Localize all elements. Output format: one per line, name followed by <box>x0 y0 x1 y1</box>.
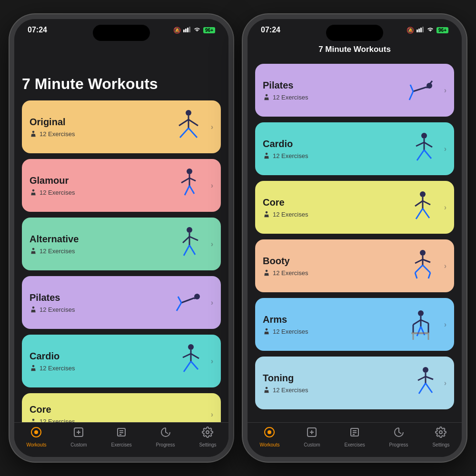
signal-icon-1 <box>183 27 191 34</box>
nav-progress-1[interactable]: Progress <box>156 426 175 447</box>
card-title-alternative: Alternative <box>30 234 169 245</box>
nav-custom-icon-1 <box>73 426 84 441</box>
time-1: 07:24 <box>28 26 47 34</box>
svg-rect-53 <box>420 28 422 32</box>
nav-workouts-2[interactable]: Workouts <box>259 426 279 447</box>
svg-line-37 <box>191 354 199 358</box>
svg-point-85 <box>418 310 424 316</box>
card-text-core-2: Core 12 Exercises <box>263 197 402 218</box>
svg-point-84 <box>266 328 268 331</box>
card-cardio[interactable]: Cardio 12 Exercises <box>22 335 221 387</box>
battery-1: 96+ <box>203 27 215 33</box>
nav-custom-label-1: Custom <box>70 442 87 447</box>
nav-progress-icon-2 <box>393 426 405 441</box>
svg-point-68 <box>266 211 268 214</box>
nav-custom-label-2: Custom <box>304 442 320 447</box>
svg-line-11 <box>180 128 188 138</box>
svg-line-72 <box>423 201 430 205</box>
nav-settings-icon-2 <box>435 426 446 441</box>
card-title-glamour: Glamour <box>30 175 169 186</box>
card-core-2[interactable]: Core 12 Exercises <box>255 181 454 234</box>
svg-line-79 <box>423 259 430 262</box>
svg-point-76 <box>420 250 426 256</box>
card-cardio-2[interactable]: Cardio 12 Exercises <box>255 122 454 175</box>
nav-exercises-2[interactable]: Exercises <box>344 426 365 447</box>
content-1[interactable]: 7 Minute Workouts Original 12 Exercises <box>14 66 228 457</box>
nav-bar-2: Workouts Custom Exercises Progress <box>248 422 462 457</box>
content-2[interactable]: Pilates 12 Exercises › <box>248 64 462 457</box>
svg-rect-54 <box>422 27 424 32</box>
nav-custom-2[interactable]: Custom <box>304 426 320 447</box>
svg-point-13 <box>32 189 35 192</box>
dynamic-island-2 <box>326 25 383 41</box>
card-subtitle-arms-2: 12 Exercises <box>263 328 402 335</box>
svg-line-19 <box>189 186 194 194</box>
card-subtitle-alternative: 12 Exercises <box>30 248 169 255</box>
svg-line-10 <box>188 119 198 126</box>
card-title-cardio: Cardio <box>30 351 169 362</box>
status-icons-1: 🔕 96+ <box>173 27 215 34</box>
nav-settings-1[interactable]: Settings <box>199 426 216 447</box>
card-toning-2[interactable]: Toning 12 Exercises <box>255 357 454 409</box>
card-arms-2[interactable]: Arms 12 Exercises <box>255 298 454 351</box>
card-pilates-2[interactable]: Pilates 12 Exercises › <box>255 64 454 117</box>
bell-icon-2: 🔕 <box>407 27 414 34</box>
svg-point-7 <box>186 110 191 116</box>
svg-line-83 <box>428 273 430 278</box>
wifi-icon-1 <box>193 27 201 34</box>
nav-custom-1[interactable]: Custom <box>70 426 87 447</box>
card-text-pilates-2: Pilates 12 Exercises <box>263 80 402 101</box>
svg-line-82 <box>415 273 417 278</box>
nav-exercises-label-1: Exercises <box>111 442 131 447</box>
svg-line-65 <box>424 142 432 147</box>
card-title-original: Original <box>30 117 169 128</box>
card-img-toning-2 <box>402 365 442 401</box>
card-booty-2[interactable]: Booty 12 Exercises <box>255 239 454 292</box>
chevron-booty-2: › <box>444 262 446 270</box>
nav-exercises-1[interactable]: Exercises <box>111 426 131 447</box>
svg-point-61 <box>266 153 268 155</box>
page-title-1: 7 Minute Workouts <box>22 66 221 100</box>
svg-point-33 <box>32 365 35 367</box>
card-subtitle-pilates-2: 12 Exercises <box>263 94 402 101</box>
screen-2: 07:24 🔕 96+ 7 Minute Workouts Pilates <box>248 19 462 457</box>
card-alternative[interactable]: Alternative 12 Exercises <box>22 218 221 270</box>
svg-line-80 <box>415 265 423 273</box>
chevron-alternative: › <box>211 240 213 248</box>
card-text-toning-2: Toning 12 Exercises <box>263 373 402 394</box>
svg-point-55 <box>266 94 268 97</box>
svg-point-69 <box>420 191 426 197</box>
svg-line-39 <box>191 361 198 369</box>
svg-rect-2 <box>187 28 188 32</box>
wifi-icon-2 <box>426 27 434 34</box>
nav-progress-2[interactable]: Progress <box>389 426 408 447</box>
card-glamour[interactable]: Glamour 12 Exercises <box>22 159 221 212</box>
nav-settings-2[interactable]: Settings <box>432 426 449 447</box>
nav-workouts-icon-2 <box>264 426 275 441</box>
card-title-pilates: Pilates <box>30 292 169 303</box>
svg-line-16 <box>181 178 189 183</box>
card-subtitle-toning-2: 12 Exercises <box>263 387 402 394</box>
svg-line-87 <box>413 320 421 325</box>
chevron-toning-2: › <box>444 379 446 387</box>
card-original[interactable]: Original 12 Exercises <box>22 100 221 153</box>
svg-line-64 <box>416 142 424 146</box>
svg-line-67 <box>424 150 431 159</box>
svg-point-75 <box>266 270 268 272</box>
card-img-core-2 <box>402 189 442 225</box>
chevron-cardio-2: › <box>444 145 446 153</box>
card-img-cardio <box>169 343 209 379</box>
card-text-cardio: Cardio 12 Exercises <box>30 351 169 372</box>
card-text-original: Original 12 Exercises <box>30 117 169 138</box>
card-pilates[interactable]: Pilates 12 Exercises <box>22 276 221 329</box>
card-text-glamour: Glamour 12 Exercises <box>30 175 169 196</box>
nav-workouts-1[interactable]: Workouts <box>26 426 46 447</box>
svg-line-38 <box>184 361 191 372</box>
card-title-toning-2: Toning <box>263 373 402 384</box>
svg-line-57 <box>413 87 426 91</box>
card-title-pilates-2: Pilates <box>263 80 402 91</box>
time-2: 07:24 <box>261 26 280 34</box>
nav-settings-icon-1 <box>202 426 213 441</box>
svg-line-17 <box>189 178 196 181</box>
svg-line-12 <box>188 128 197 138</box>
